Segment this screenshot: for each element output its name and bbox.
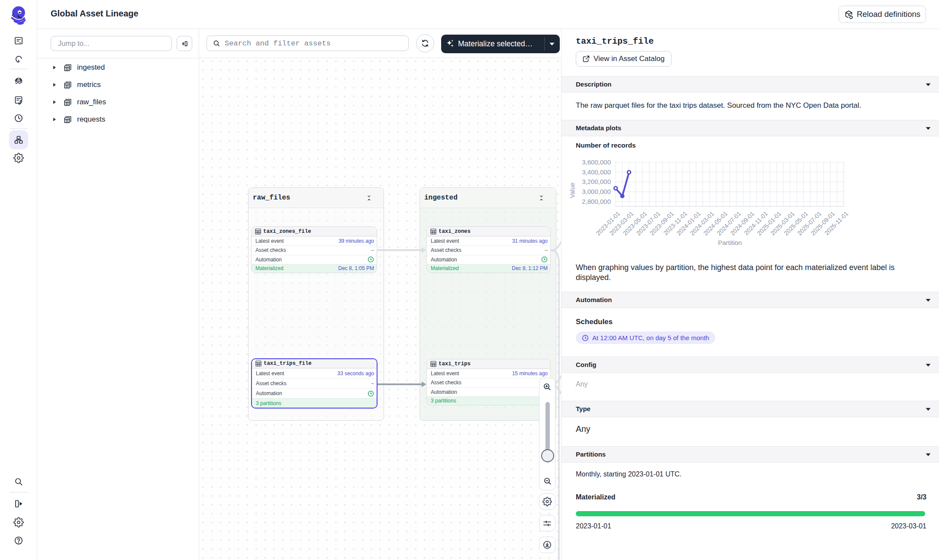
svg-text:Partition: Partition [718, 239, 742, 246]
svg-text:3,000,000: 3,000,000 [582, 188, 611, 195]
svg-text:2,800,000: 2,800,000 [582, 198, 611, 205]
svg-text:Value: Value [569, 183, 576, 198]
svg-text:3,400,000: 3,400,000 [582, 168, 611, 176]
svg-text:3,200,000: 3,200,000 [582, 178, 611, 185]
svg-text:3,600,000: 3,600,000 [582, 158, 611, 166]
